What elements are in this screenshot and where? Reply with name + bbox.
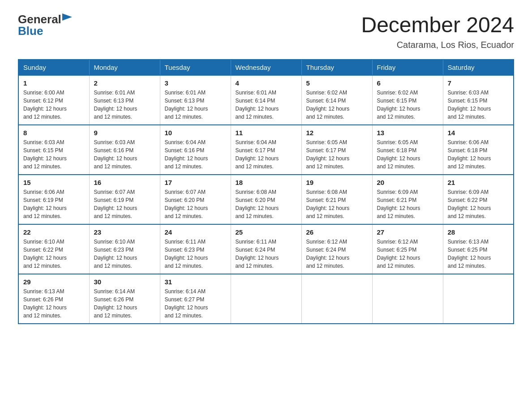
calendar-cell: 12 Sunrise: 6:05 AM Sunset: 6:17 PM Dayl…: [301, 125, 372, 175]
logo-triangle-icon: [62, 13, 72, 23]
day-number: 12: [306, 129, 368, 137]
calendar-cell: 5 Sunrise: 6:02 AM Sunset: 6:14 PM Dayli…: [301, 75, 372, 125]
calendar-cell: 10 Sunrise: 6:04 AM Sunset: 6:16 PM Dayl…: [160, 125, 231, 175]
day-info: Sunrise: 6:08 AM Sunset: 6:20 PM Dayligh…: [236, 188, 297, 220]
calendar-cell: [301, 274, 372, 324]
day-number: 16: [94, 179, 155, 186]
calendar-cell: 13 Sunrise: 6:05 AM Sunset: 6:18 PM Dayl…: [372, 125, 443, 175]
calendar-header-row: SundayMondayTuesdayWednesdayThursdayFrid…: [18, 60, 514, 75]
calendar-cell: 20 Sunrise: 6:09 AM Sunset: 6:21 PM Dayl…: [372, 175, 443, 224]
calendar-cell: 9 Sunrise: 6:03 AM Sunset: 6:16 PM Dayli…: [89, 125, 160, 175]
day-number: 24: [165, 228, 226, 236]
calendar-week-row: 8 Sunrise: 6:03 AM Sunset: 6:15 PM Dayli…: [18, 125, 514, 175]
calendar-header-saturday: Saturday: [443, 60, 514, 75]
day-number: 6: [377, 79, 438, 87]
calendar-header-monday: Monday: [89, 60, 160, 75]
day-number: 14: [448, 129, 509, 137]
calendar-table: SundayMondayTuesdayWednesdayThursdayFrid…: [18, 59, 514, 324]
day-number: 31: [165, 278, 226, 286]
calendar-cell: 19 Sunrise: 6:08 AM Sunset: 6:21 PM Dayl…: [301, 175, 372, 224]
calendar-cell: 31 Sunrise: 6:14 AM Sunset: 6:27 PM Dayl…: [160, 274, 231, 324]
day-number: 4: [236, 79, 297, 87]
day-info: Sunrise: 6:01 AM Sunset: 6:14 PM Dayligh…: [236, 89, 297, 121]
day-info: Sunrise: 6:06 AM Sunset: 6:18 PM Dayligh…: [448, 138, 509, 171]
calendar-cell: 15 Sunrise: 6:06 AM Sunset: 6:19 PM Dayl…: [18, 175, 89, 224]
day-info: Sunrise: 6:03 AM Sunset: 6:16 PM Dayligh…: [94, 138, 155, 171]
calendar-cell: 3 Sunrise: 6:01 AM Sunset: 6:13 PM Dayli…: [160, 75, 231, 125]
calendar-cell: 25 Sunrise: 6:11 AM Sunset: 6:24 PM Dayl…: [231, 224, 301, 274]
location-subtitle: Catarama, Los Rios, Ecuador: [361, 40, 514, 50]
day-info: Sunrise: 6:14 AM Sunset: 6:26 PM Dayligh…: [94, 287, 155, 320]
day-info: Sunrise: 6:02 AM Sunset: 6:15 PM Dayligh…: [377, 89, 438, 121]
day-info: Sunrise: 6:01 AM Sunset: 6:13 PM Dayligh…: [94, 89, 155, 121]
day-info: Sunrise: 6:12 AM Sunset: 6:24 PM Dayligh…: [306, 238, 368, 270]
day-number: 22: [23, 228, 85, 236]
calendar-cell: [231, 274, 301, 324]
calendar-cell: 6 Sunrise: 6:02 AM Sunset: 6:15 PM Dayli…: [372, 75, 443, 125]
day-number: 30: [94, 278, 155, 286]
day-info: Sunrise: 6:08 AM Sunset: 6:21 PM Dayligh…: [306, 188, 368, 220]
logo-blue: Blue: [18, 24, 43, 38]
day-info: Sunrise: 6:10 AM Sunset: 6:23 PM Dayligh…: [94, 238, 155, 270]
day-number: 7: [448, 79, 509, 87]
calendar-cell: 30 Sunrise: 6:14 AM Sunset: 6:26 PM Dayl…: [89, 274, 160, 324]
calendar-week-row: 22 Sunrise: 6:10 AM Sunset: 6:22 PM Dayl…: [18, 224, 514, 274]
day-info: Sunrise: 6:05 AM Sunset: 6:17 PM Dayligh…: [306, 138, 368, 171]
day-info: Sunrise: 6:01 AM Sunset: 6:13 PM Dayligh…: [165, 89, 226, 121]
day-number: 2: [94, 79, 155, 87]
day-number: 17: [165, 179, 226, 186]
calendar-cell: [443, 274, 514, 324]
day-info: Sunrise: 6:06 AM Sunset: 6:19 PM Dayligh…: [23, 188, 85, 220]
calendar-cell: 28 Sunrise: 6:13 AM Sunset: 6:25 PM Dayl…: [443, 224, 514, 274]
day-info: Sunrise: 6:09 AM Sunset: 6:22 PM Dayligh…: [448, 188, 509, 220]
day-number: 1: [23, 79, 85, 87]
day-info: Sunrise: 6:10 AM Sunset: 6:22 PM Dayligh…: [23, 238, 85, 270]
day-number: 11: [236, 129, 297, 137]
day-number: 21: [448, 179, 509, 186]
day-info: Sunrise: 6:07 AM Sunset: 6:19 PM Dayligh…: [94, 188, 155, 220]
calendar-header-friday: Friday: [372, 60, 443, 75]
day-info: Sunrise: 6:11 AM Sunset: 6:24 PM Dayligh…: [236, 238, 297, 270]
calendar-cell: 24 Sunrise: 6:11 AM Sunset: 6:23 PM Dayl…: [160, 224, 231, 274]
calendar-cell: 1 Sunrise: 6:00 AM Sunset: 6:12 PM Dayli…: [18, 75, 89, 125]
svg-marker-0: [62, 13, 72, 21]
day-info: Sunrise: 6:13 AM Sunset: 6:26 PM Dayligh…: [23, 287, 85, 320]
calendar-cell: 21 Sunrise: 6:09 AM Sunset: 6:22 PM Dayl…: [443, 175, 514, 224]
day-info: Sunrise: 6:07 AM Sunset: 6:20 PM Dayligh…: [165, 188, 226, 220]
day-number: 5: [306, 79, 368, 87]
day-info: Sunrise: 6:09 AM Sunset: 6:21 PM Dayligh…: [377, 188, 438, 220]
day-number: 27: [377, 228, 438, 236]
day-info: Sunrise: 6:03 AM Sunset: 6:15 PM Dayligh…: [23, 138, 85, 171]
calendar-cell: 23 Sunrise: 6:10 AM Sunset: 6:23 PM Dayl…: [89, 224, 160, 274]
calendar-header-tuesday: Tuesday: [160, 60, 231, 75]
calendar-week-row: 1 Sunrise: 6:00 AM Sunset: 6:12 PM Dayli…: [18, 75, 514, 125]
day-number: 25: [236, 228, 297, 236]
calendar-cell: 7 Sunrise: 6:03 AM Sunset: 6:15 PM Dayli…: [443, 75, 514, 125]
day-info: Sunrise: 6:03 AM Sunset: 6:15 PM Dayligh…: [448, 89, 509, 121]
calendar-header-sunday: Sunday: [18, 60, 89, 75]
day-info: Sunrise: 6:02 AM Sunset: 6:14 PM Dayligh…: [306, 89, 368, 121]
calendar-cell: 27 Sunrise: 6:12 AM Sunset: 6:25 PM Dayl…: [372, 224, 443, 274]
page-header: General Blue December 2024 Catarama, Los…: [18, 13, 514, 50]
day-number: 10: [165, 129, 226, 137]
calendar-cell: 18 Sunrise: 6:08 AM Sunset: 6:20 PM Dayl…: [231, 175, 301, 224]
calendar-cell: 17 Sunrise: 6:07 AM Sunset: 6:20 PM Dayl…: [160, 175, 231, 224]
calendar-cell: [372, 274, 443, 324]
day-number: 29: [23, 278, 85, 286]
logo-general: General: [18, 13, 61, 25]
day-info: Sunrise: 6:11 AM Sunset: 6:23 PM Dayligh…: [165, 238, 226, 270]
day-number: 13: [377, 129, 438, 137]
day-info: Sunrise: 6:04 AM Sunset: 6:16 PM Dayligh…: [165, 138, 226, 171]
logo: General Blue: [18, 13, 72, 37]
day-number: 15: [23, 179, 85, 186]
day-number: 23: [94, 228, 155, 236]
calendar-cell: 22 Sunrise: 6:10 AM Sunset: 6:22 PM Dayl…: [18, 224, 89, 274]
calendar-cell: 29 Sunrise: 6:13 AM Sunset: 6:26 PM Dayl…: [18, 274, 89, 324]
calendar-cell: 26 Sunrise: 6:12 AM Sunset: 6:24 PM Dayl…: [301, 224, 372, 274]
calendar-cell: 8 Sunrise: 6:03 AM Sunset: 6:15 PM Dayli…: [18, 125, 89, 175]
day-info: Sunrise: 6:00 AM Sunset: 6:12 PM Dayligh…: [23, 89, 85, 121]
day-info: Sunrise: 6:04 AM Sunset: 6:17 PM Dayligh…: [236, 138, 297, 171]
calendar-week-row: 15 Sunrise: 6:06 AM Sunset: 6:19 PM Dayl…: [18, 175, 514, 224]
day-number: 9: [94, 129, 155, 137]
day-number: 18: [236, 179, 297, 186]
